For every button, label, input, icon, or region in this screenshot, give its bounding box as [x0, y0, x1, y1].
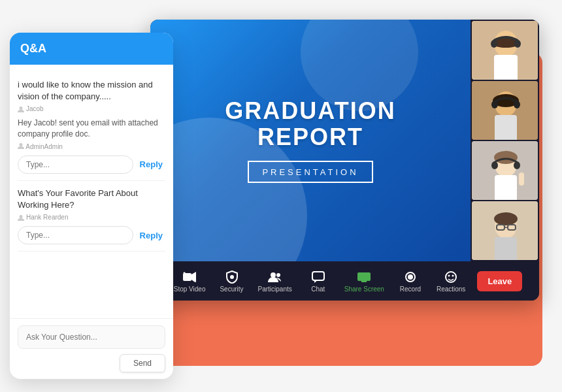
- svg-rect-8: [495, 115, 517, 140]
- qa-answerer-1: AdminAdmin: [18, 142, 165, 150]
- svg-point-5: [514, 40, 521, 48]
- toolbar-share-screen[interactable]: Share Screen: [338, 266, 391, 297]
- qa-footer: Send: [10, 318, 173, 379]
- participant-video-1: [472, 21, 538, 80]
- svg-rect-32: [312, 272, 324, 280]
- share-screen-icon: [357, 270, 371, 284]
- participant-video-3: [472, 141, 538, 200]
- slide-main: GRADUATION REPORT PRESENTATION: [150, 20, 471, 261]
- qa-question-text-2: What's Your Favorite Part About Working …: [18, 188, 165, 211]
- participants-icon: [268, 270, 282, 284]
- qa-panel: Q&A i would like to know the mission and…: [10, 33, 173, 379]
- questioner-icon-1: [18, 106, 24, 112]
- participant-video-4: [472, 201, 538, 260]
- slide-title: GRADUATION REPORT: [225, 98, 395, 150]
- qa-reply-row-1: Reply: [18, 155, 165, 174]
- share-screen-label: Share Screen: [344, 286, 384, 293]
- svg-point-4: [491, 40, 497, 48]
- stop-video-icon: [182, 270, 197, 284]
- toolbar-stop-video[interactable]: Stop Video: [167, 266, 212, 297]
- qa-questioner-2: Hank Rearden: [18, 214, 165, 221]
- qa-reply-input-1[interactable]: [18, 155, 133, 174]
- svg-rect-14: [495, 175, 517, 200]
- qa-reply-input-2[interactable]: [18, 226, 133, 244]
- questioner-icon-2: [18, 214, 24, 221]
- security-icon: [225, 270, 239, 284]
- reactions-icon: [444, 270, 458, 284]
- svg-point-43: [20, 143, 23, 146]
- svg-point-30: [271, 272, 276, 278]
- toolbar-chat[interactable]: Chat: [299, 266, 338, 297]
- qa-send-button[interactable]: Send: [120, 354, 165, 372]
- qa-header: Q&A: [10, 33, 173, 65]
- slide-area: GRADUATION REPORT PRESENTATION: [150, 20, 539, 261]
- svg-point-38: [408, 274, 413, 280]
- svg-point-17: [514, 161, 520, 169]
- qa-answer-text-1: Hey Jacob! sent you email with attached …: [18, 118, 165, 140]
- qa-reply-button-2[interactable]: Reply: [137, 231, 165, 240]
- qa-reply-row-2: Reply: [18, 226, 165, 244]
- toolbar: Stop Video Security Participants Chat Sh…: [150, 261, 539, 301]
- conference-window: GRADUATION REPORT PRESENTATION: [150, 20, 539, 301]
- leave-button[interactable]: Leave: [477, 271, 522, 291]
- qa-title: Q&A: [20, 42, 46, 55]
- qa-body: i would like to know the mission and vis…: [10, 65, 173, 318]
- qa-question-text-1: i would like to know the mission and vis…: [18, 79, 165, 103]
- svg-point-31: [276, 273, 280, 277]
- qa-questioner-1: Jacob: [18, 105, 165, 112]
- svg-rect-34: [357, 272, 371, 281]
- chat-label: Chat: [311, 286, 325, 293]
- toolbar-participants[interactable]: Participants: [252, 266, 299, 297]
- qa-question-block-2: What's Your Favorite Part About Working …: [18, 181, 165, 252]
- svg-point-42: [20, 106, 23, 110]
- qa-send-row: Send: [18, 354, 165, 372]
- svg-point-44: [20, 215, 23, 218]
- participant-video-2: [472, 81, 538, 140]
- security-label: Security: [220, 286, 243, 293]
- svg-point-16: [491, 161, 498, 169]
- record-icon: [403, 270, 418, 284]
- svg-point-22: [494, 212, 518, 225]
- svg-rect-2: [494, 55, 518, 80]
- qa-question-block-1: i would like to know the mission and vis…: [18, 73, 165, 181]
- svg-point-41: [452, 274, 454, 276]
- svg-point-15: [494, 151, 518, 164]
- chat-icon: [311, 270, 325, 284]
- svg-rect-21: [495, 237, 517, 260]
- toolbar-reactions[interactable]: Reactions: [430, 266, 472, 297]
- svg-rect-18: [519, 172, 524, 186]
- qa-reply-button-1[interactable]: Reply: [137, 159, 165, 169]
- svg-point-29: [230, 275, 234, 279]
- slide-content: GRADUATION REPORT PRESENTATION: [212, 85, 408, 195]
- participants-label: Participants: [258, 286, 292, 293]
- record-label: Record: [400, 286, 421, 293]
- slide-subtitle: PRESENTATION: [262, 167, 358, 177]
- slide-subtitle-box: PRESENTATION: [248, 161, 372, 183]
- toolbar-security[interactable]: Security: [212, 266, 252, 297]
- participants-sidebar: [471, 20, 539, 261]
- svg-point-40: [448, 274, 450, 276]
- reactions-label: Reactions: [437, 286, 465, 293]
- stop-video-label: Stop Video: [174, 286, 206, 293]
- qa-ask-input[interactable]: [18, 325, 165, 349]
- toolbar-record[interactable]: Record: [391, 266, 430, 297]
